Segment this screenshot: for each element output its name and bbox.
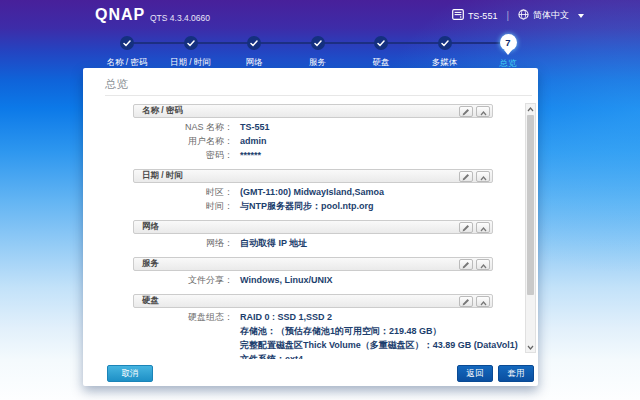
step-number: 7 bbox=[505, 37, 510, 48]
collapse-button[interactable] bbox=[476, 259, 490, 270]
check-icon bbox=[374, 36, 388, 50]
chevron-up-icon bbox=[480, 104, 487, 119]
row-value: 文件系统：ext4 bbox=[240, 352, 303, 359]
row-label bbox=[133, 324, 240, 338]
top-bar: QNAP QTS 4.3.4.0660 TS-551 | 简体中文 bbox=[0, 0, 640, 30]
pencil-icon bbox=[462, 169, 470, 184]
scrollbar-thumb[interactable] bbox=[527, 115, 534, 295]
edit-button[interactable] bbox=[459, 259, 473, 270]
row-label: 网络： bbox=[133, 236, 240, 250]
row-value: Windows, Linux/UNIX bbox=[240, 273, 332, 287]
summary-row: 网络：自动取得 IP 地址 bbox=[133, 236, 493, 250]
pencil-icon bbox=[462, 294, 470, 309]
language-label: 简体中文 bbox=[533, 9, 569, 22]
page-title: 总览 bbox=[105, 77, 128, 92]
chevron-up-icon bbox=[480, 169, 487, 184]
row-value: admin bbox=[240, 134, 267, 148]
summary-section: 服务文件分享：Windows, Linux/UNIX bbox=[133, 257, 493, 290]
summary-section: 网络网络：自动取得 IP 地址 bbox=[133, 220, 493, 253]
device-name: TS-551 bbox=[468, 11, 498, 21]
edit-button[interactable] bbox=[459, 222, 473, 233]
current-step-marker: 7 bbox=[500, 34, 517, 51]
row-label: 硬盘组态： bbox=[133, 310, 240, 324]
stepper-step-2[interactable]: 日期 / 时间 bbox=[163, 33, 219, 70]
globe-icon bbox=[518, 9, 529, 22]
nas-icon bbox=[452, 9, 464, 22]
qts-version: QTS 4.3.4.0660 bbox=[150, 13, 210, 23]
stepper-step-5[interactable]: 硬盘 bbox=[353, 33, 409, 70]
summary-row: 完整配置磁盘区Thick Volume（多重磁盘区）：43.89 GB (Dat… bbox=[133, 338, 493, 352]
section-body: 时区：(GMT-11:00) MidwayIsland,Samoa时间：与NTP… bbox=[133, 183, 493, 216]
summary-row: NAS 名称：TS-551 bbox=[133, 120, 493, 134]
summary-section: 日期 / 时间时区：(GMT-11:00) MidwayIsland,Samoa… bbox=[133, 169, 493, 216]
row-value: 完整配置磁盘区Thick Volume（多重磁盘区）：43.89 GB (Dat… bbox=[240, 338, 518, 352]
stepper-step-1[interactable]: 名称 / 密码 bbox=[99, 33, 155, 70]
scroll-up-button[interactable] bbox=[526, 104, 535, 114]
qnap-logo: QNAP bbox=[95, 6, 145, 24]
stepper-steps: 名称 / 密码日期 / 时间网络服务硬盘多媒体7总览 bbox=[99, 33, 536, 70]
summary-row: 时间：与NTP服务器同步：pool.ntp.org bbox=[133, 199, 493, 213]
pencil-icon bbox=[462, 257, 470, 272]
collapse-button[interactable] bbox=[476, 171, 490, 182]
language-selector[interactable]: 简体中文 bbox=[518, 9, 584, 22]
row-value: TS-551 bbox=[240, 120, 270, 134]
pencil-icon bbox=[462, 220, 470, 235]
scroll-down-button[interactable] bbox=[526, 342, 535, 352]
title-divider bbox=[105, 95, 532, 96]
edit-button[interactable] bbox=[459, 171, 473, 182]
row-value: 存储池：（预估存储池1的可用空间：219.48 GB） bbox=[240, 324, 442, 338]
section-header: 日期 / 时间 bbox=[133, 169, 493, 183]
row-value: 与NTP服务器同步：pool.ntp.org bbox=[240, 199, 373, 213]
section-body: 硬盘组态：RAID 0 : SSD 1,SSD 2存储池：（预估存储池1的可用空… bbox=[133, 308, 493, 359]
summary-section: 硬盘硬盘组态：RAID 0 : SSD 1,SSD 2存储池：（预估存储池1的可… bbox=[133, 294, 493, 359]
collapse-button[interactable] bbox=[476, 106, 490, 117]
check-icon bbox=[438, 36, 452, 50]
row-label: 时间： bbox=[133, 199, 240, 213]
section-title: 名称 / 密码 bbox=[142, 105, 456, 117]
stepper-step-6[interactable]: 多媒体 bbox=[417, 33, 473, 70]
check-icon bbox=[184, 36, 198, 50]
edit-button[interactable] bbox=[459, 296, 473, 307]
summary-row: 硬盘组态：RAID 0 : SSD 1,SSD 2 bbox=[133, 310, 493, 324]
pin-tip bbox=[504, 50, 512, 55]
collapse-button[interactable] bbox=[476, 222, 490, 233]
summary-row: 文件系统：ext4 bbox=[133, 352, 493, 359]
row-value: ****** bbox=[240, 148, 261, 162]
pencil-icon bbox=[462, 104, 470, 119]
stepper-step-7[interactable]: 7总览 bbox=[480, 33, 536, 70]
row-label: 时区： bbox=[133, 185, 240, 199]
header-divider: | bbox=[506, 10, 509, 21]
row-label: 文件分享： bbox=[133, 273, 240, 287]
collapse-button[interactable] bbox=[476, 296, 490, 307]
edit-button[interactable] bbox=[459, 106, 473, 117]
row-value: RAID 0 : SSD 1,SSD 2 bbox=[240, 310, 332, 324]
stepper-step-3[interactable]: 网络 bbox=[226, 33, 282, 70]
check-icon bbox=[120, 36, 134, 50]
check-icon bbox=[247, 36, 261, 50]
cancel-button[interactable]: 取消 bbox=[107, 365, 153, 382]
row-label bbox=[133, 338, 240, 352]
summary-sections: 名称 / 密码NAS 名称：TS-551用户名称：admin密码：******日… bbox=[83, 101, 524, 359]
scrollbar[interactable] bbox=[525, 103, 536, 353]
section-header: 网络 bbox=[133, 220, 493, 234]
row-label bbox=[133, 352, 240, 359]
summary-panel: 总览 名称 / 密码NAS 名称：TS-551用户名称：admin密码：****… bbox=[83, 68, 538, 386]
section-title: 日期 / 时间 bbox=[142, 170, 456, 182]
summary-section: 名称 / 密码NAS 名称：TS-551用户名称：admin密码：****** bbox=[133, 104, 493, 165]
stepper-step-4[interactable]: 服务 bbox=[290, 33, 346, 70]
row-value: (GMT-11:00) MidwayIsland,Samoa bbox=[240, 185, 384, 199]
section-body: 文件分享：Windows, Linux/UNIX bbox=[133, 271, 493, 290]
chevron-up-icon bbox=[480, 294, 487, 309]
section-header: 名称 / 密码 bbox=[133, 104, 493, 118]
row-value: 自动取得 IP 地址 bbox=[240, 236, 307, 250]
section-body: NAS 名称：TS-551用户名称：admin密码：****** bbox=[133, 118, 493, 165]
row-label: 密码： bbox=[133, 148, 240, 162]
apply-button[interactable]: 套用 bbox=[498, 365, 534, 382]
row-label: 用户名称： bbox=[133, 134, 240, 148]
summary-row: 用户名称：admin bbox=[133, 134, 493, 148]
back-button[interactable]: 返回 bbox=[457, 365, 493, 382]
device-indicator: TS-551 bbox=[452, 9, 498, 22]
chevron-up-icon bbox=[480, 257, 487, 272]
section-title: 硬盘 bbox=[142, 295, 456, 307]
summary-row: 存储池：（预估存储池1的可用空间：219.48 GB） bbox=[133, 324, 493, 338]
